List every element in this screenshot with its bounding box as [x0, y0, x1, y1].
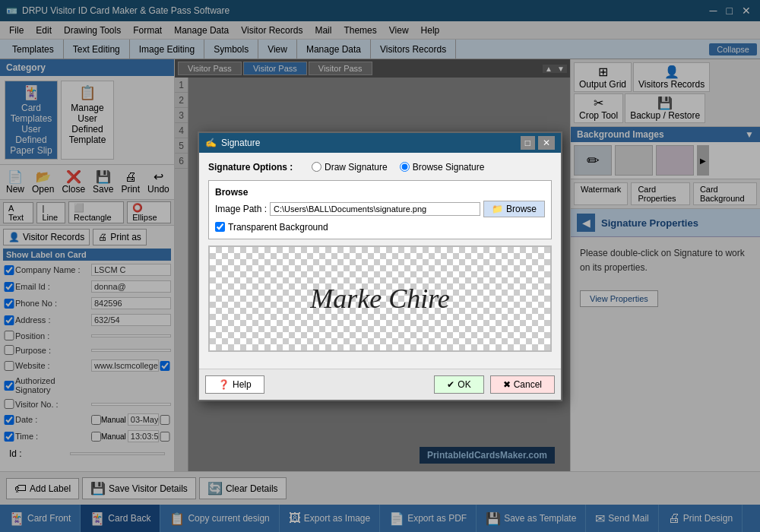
help-label: Help — [233, 379, 252, 390]
transparent-row: Transparent Background — [215, 222, 545, 233]
browse-btn-icon: 📁 — [492, 204, 503, 214]
radio-browse-input[interactable] — [400, 162, 410, 172]
dialog-title: Signature — [221, 138, 260, 148]
browse-row: Image Path : 📁 Browse — [215, 201, 545, 217]
browse-signature-label: Browse Signature — [413, 162, 485, 173]
cancel-label: Cancel — [514, 379, 542, 390]
sig-preview-text: Marke Chire — [310, 283, 450, 315]
image-path-label: Image Path : — [215, 204, 267, 214]
radio-draw-input[interactable] — [312, 162, 321, 172]
browse-button[interactable]: 📁 Browse — [483, 201, 545, 217]
transparent-label: Transparent Background — [228, 222, 328, 233]
draw-signature-label: Draw Signature — [325, 162, 388, 173]
help-icon: ❓ — [218, 379, 230, 390]
help-button[interactable]: ❓ Help — [205, 375, 264, 394]
ok-icon: ✔ — [447, 379, 454, 390]
sig-options-label: Signature Options : — [208, 162, 299, 173]
image-path-input[interactable] — [270, 202, 480, 216]
radio-browse-signature[interactable]: Browse Signature — [400, 162, 485, 173]
transparent-bg-checkbox[interactable] — [215, 222, 225, 232]
signature-dialog: ✍ Signature □ ✕ Signature Options : Draw… — [198, 131, 562, 401]
sig-options-row: Signature Options : Draw Signature Brows… — [208, 162, 552, 173]
dialog-footer: ❓ Help ✔ OK ✖ Cancel — [199, 369, 561, 400]
browse-section-label: Browse — [215, 187, 545, 198]
dialog-icon: ✍ — [205, 138, 217, 148]
browse-section: Browse Image Path : 📁 Browse Transparent… — [208, 180, 552, 239]
cancel-icon: ✖ — [503, 379, 511, 390]
ok-button[interactable]: ✔ OK — [434, 375, 483, 394]
radio-draw-signature[interactable]: Draw Signature — [312, 162, 388, 173]
dialog-restore-btn[interactable]: □ — [521, 136, 535, 150]
ok-label: OK — [458, 379, 470, 390]
signature-dialog-overlay: ✍ Signature □ ✕ Signature Options : Draw… — [0, 0, 760, 532]
sig-preview: Marke Chire — [208, 245, 552, 352]
cancel-button[interactable]: ✖ Cancel — [490, 375, 555, 394]
dialog-title-bar: ✍ Signature □ ✕ — [199, 133, 561, 153]
dialog-body: Signature Options : Draw Signature Brows… — [199, 153, 561, 369]
dialog-close-btn[interactable]: ✕ — [538, 136, 555, 150]
